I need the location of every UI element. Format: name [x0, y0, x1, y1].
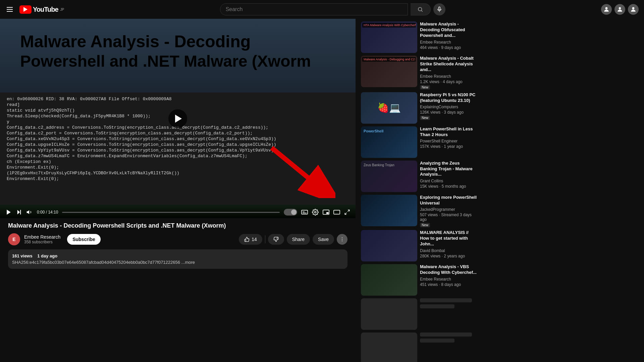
video-player[interactable]: Malware Analysis - Decoding Powershell a… — [0, 19, 356, 218]
search-input[interactable] — [226, 6, 402, 12]
theater-icon — [333, 209, 340, 215]
next-icon — [16, 209, 22, 215]
more-icon — [339, 237, 345, 242]
thumbnail — [361, 264, 417, 296]
header-left: YouTubeJP — [5, 5, 64, 14]
search-icon — [417, 6, 423, 12]
list-item[interactable]: HTA Malware Analysis With Cybercherf Mal… — [361, 21, 478, 53]
channel-avatar[interactable]: E — [8, 233, 20, 245]
share-button[interactable]: Share — [287, 234, 310, 245]
list-item[interactable]: Malware Analysis - VBS Decoding With Cyb… — [361, 264, 478, 296]
next-button[interactable] — [16, 209, 22, 215]
thumbnail — [361, 195, 417, 226]
play-button[interactable] — [168, 109, 187, 128]
miniplayer-icon — [323, 209, 329, 215]
svg-line-8 — [272, 148, 319, 186]
play-pause-button[interactable] — [5, 209, 12, 216]
thumb-text: Zeus Banking Trojan — [361, 161, 417, 170]
sidebar-channel: Embee Research — [420, 40, 478, 45]
autoplay-toggle[interactable] — [284, 209, 297, 216]
search-button[interactable] — [411, 3, 431, 15]
header: YouTubeJP — [0, 0, 644, 19]
like-button[interactable]: 14 — [239, 234, 262, 245]
search-bar — [220, 3, 408, 15]
dislike-button[interactable] — [268, 234, 284, 245]
mute-button[interactable] — [26, 209, 33, 216]
svg-rect-19 — [334, 210, 340, 214]
thumbnail: Malware Analysis - Debugging and C2 Extr… — [361, 56, 417, 87]
sidebar-meta: 126K views · 3 days ago — [420, 110, 478, 115]
play-icon — [175, 115, 182, 123]
new-badge: New — [420, 85, 430, 89]
subscribe-button[interactable]: Subscribe — [67, 234, 101, 245]
video-description[interactable]: 161 views 1 day ago SHA256:e4c179fa5bc03… — [8, 249, 347, 269]
video-controls: 0:00 / 14:10 — [0, 206, 356, 218]
user-avatar-3[interactable] — [628, 4, 639, 15]
list-item[interactable]: MALWARE ANALYSIS // How to get started w… — [361, 230, 478, 261]
sidebar-item-info: Raspberry Pi 5 vs N100 PC (featuring Ubu… — [420, 92, 478, 124]
settings-button[interactable] — [312, 209, 319, 216]
fullscreen-button[interactable] — [344, 209, 350, 215]
svg-line-20 — [348, 210, 350, 212]
loading-info — [420, 298, 478, 330]
sidebar-item-info: Malware Analysis - Decoding Obfuscated P… — [420, 21, 478, 53]
sidebar-meta: 15K views · 5 months ago — [420, 184, 478, 189]
svg-point-23 — [342, 239, 342, 240]
save-button[interactable]: Save — [313, 234, 334, 245]
code-line: Config_data.c2_port = Conversions.ToStri… — [7, 131, 349, 136]
loading-line — [420, 333, 472, 337]
thumb-text: PowerShell — [361, 126, 417, 136]
thumbnail: PowerShell — [361, 126, 417, 158]
loading-line — [420, 298, 472, 302]
main-content: Malware Analysis - Decoding Powershell a… — [0, 19, 644, 362]
hamburger-menu[interactable] — [5, 6, 14, 13]
list-item[interactable]: Exploring more PowerShell Universal Jack… — [361, 195, 478, 228]
sidebar-title: Malware Analysis - VBS Decoding With Cyb… — [420, 264, 478, 276]
captions-button[interactable] — [301, 210, 308, 215]
progress-bar[interactable] — [62, 212, 280, 213]
thumbnail — [361, 230, 417, 261]
code-line: en: 0x06000026 RID: 38 RVA: 0x000027A8 F… — [7, 97, 349, 102]
user-avatar-2[interactable] — [614, 4, 625, 15]
sidebar-channel: PowerShell Engineer — [420, 139, 478, 143]
youtube-logo[interactable]: YouTubeJP — [19, 5, 64, 14]
list-item[interactable]: Malware Analysis - Debugging and C2 Extr… — [361, 56, 478, 89]
header-right — [601, 4, 639, 15]
sidebar-title: Malware Analysis - Cobalt Strike Shellco… — [420, 56, 478, 73]
sidebar-channel: David Bombal — [420, 248, 478, 253]
mic-button[interactable] — [433, 3, 445, 15]
like-count: 14 — [252, 237, 257, 242]
channel-info: Embee Research 358 subscribers — [24, 234, 60, 244]
new-badge: New — [420, 223, 430, 227]
view-count: 161 views — [12, 253, 33, 258]
header-center — [69, 3, 596, 15]
sidebar-item-info: Malware Analysis - Cobalt Strike Shellco… — [420, 56, 478, 89]
more-options-button[interactable] — [337, 234, 347, 245]
sidebar-channel: Grant Collins — [420, 179, 478, 183]
description-meta: 161 views 1 day ago — [12, 253, 343, 258]
sidebar-meta: 464 views · 9 days ago — [420, 45, 478, 50]
thumb-label: Malware Analysis - Debugging and C2 Extr… — [362, 57, 416, 62]
channel-row: E Embee Research 358 subscribers Subscri… — [8, 233, 347, 245]
svg-point-24 — [342, 241, 342, 241]
list-item[interactable]: Zeus Banking Trojan Analyzing the Zeus B… — [361, 161, 478, 192]
video-title-overlay: Malware Analysis - Decoding Powershell a… — [0, 19, 356, 71]
thumb-label: HTA Malware Analysis With Cybercherf — [362, 23, 416, 27]
current-time: 0:00 — [37, 210, 45, 215]
list-item[interactable]: 🍓💻 Raspberry Pi 5 vs N100 PC (featuring … — [361, 92, 478, 124]
upload-time: 1 day ago — [37, 253, 57, 258]
thumbs-up-icon — [244, 237, 250, 242]
svg-marker-9 — [7, 210, 11, 215]
theater-button[interactable] — [333, 209, 340, 215]
video-info: Malware Analysis - Decoding Powershell S… — [0, 218, 356, 269]
user-avatar-1[interactable] — [601, 4, 612, 15]
settings-icon — [312, 209, 319, 216]
list-item[interactable]: PowerShell Learn PowerShell in Less Than… — [361, 126, 478, 158]
sidebar-title: Exploring more PowerShell Universal — [420, 195, 478, 206]
svg-line-1 — [422, 10, 423, 11]
sidebar-item-info: Analyzing the Zeus Banking Trojan - Malw… — [420, 161, 478, 192]
channel-name[interactable]: Embee Research — [24, 234, 60, 240]
loading-line — [420, 339, 454, 343]
red-arrow-annotation — [262, 138, 335, 198]
miniplayer-button[interactable] — [323, 209, 329, 215]
